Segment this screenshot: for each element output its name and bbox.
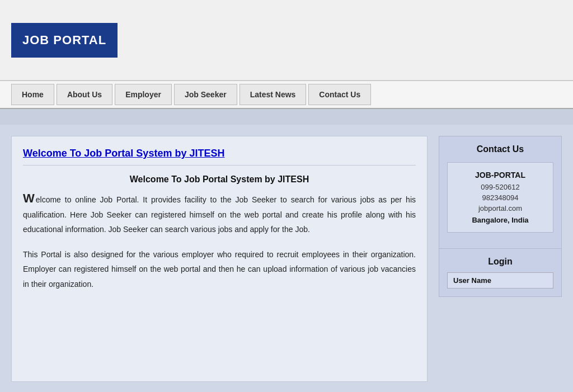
- website: jobportal.com: [455, 204, 545, 212]
- phone-2: 982348094: [455, 193, 545, 202]
- location: Bangalore, India: [455, 216, 545, 224]
- logo: JOB PORTAL: [11, 23, 118, 58]
- company-name: JOB-PORTAL: [455, 171, 545, 180]
- content-para-1-text: elcome to online Job Portal. It provides…: [23, 195, 416, 234]
- login-title: Login: [447, 257, 553, 267]
- phone-1: 099-520612: [455, 183, 545, 191]
- nav-news[interactable]: Latest News: [239, 84, 307, 105]
- dots-decoration: [483, 4, 562, 77]
- header-people-illustration: [123, 4, 483, 77]
- logo-text: JOB PORTAL: [22, 33, 106, 47]
- nav-jobseeker[interactable]: Job Seeker: [174, 84, 237, 105]
- content-area: Welcome To Job Portal System by JITESH W…: [11, 136, 428, 382]
- content-para-2: This Portal is also designed for the var…: [23, 247, 416, 292]
- contact-box: Contact Us JOB-PORTAL 099-520612 9823480…: [439, 136, 562, 249]
- subheader-bar: [0, 109, 573, 125]
- main-area: Welcome To Job Portal System by JITESH W…: [0, 125, 573, 392]
- contact-inner-box: JOB-PORTAL 099-520612 982348094 jobporta…: [447, 162, 553, 233]
- header: JOB PORTAL: [0, 0, 573, 81]
- sidebar-contact-title: Contact Us: [447, 144, 553, 154]
- content-heading: Welcome To Job Portal System by JITESH: [23, 174, 416, 185]
- sidebar: Contact Us JOB-PORTAL 099-520612 9823480…: [439, 136, 562, 382]
- content-para-1: W elcome to online Job Portal. It provid…: [23, 192, 416, 237]
- drop-cap-w: W: [23, 192, 35, 205]
- nav-home[interactable]: Home: [11, 84, 54, 105]
- navbar: HomeAbout UsEmployerJob SeekerLatest New…: [0, 81, 573, 109]
- nav-about[interactable]: About Us: [57, 84, 112, 105]
- login-section: Login User Name: [439, 249, 562, 297]
- nav-contact[interactable]: Contact Us: [308, 84, 371, 105]
- username-label: User Name: [447, 272, 553, 289]
- nav-employer[interactable]: Employer: [115, 84, 172, 105]
- page-title-link[interactable]: Welcome To Job Portal System by JITESH: [23, 148, 416, 166]
